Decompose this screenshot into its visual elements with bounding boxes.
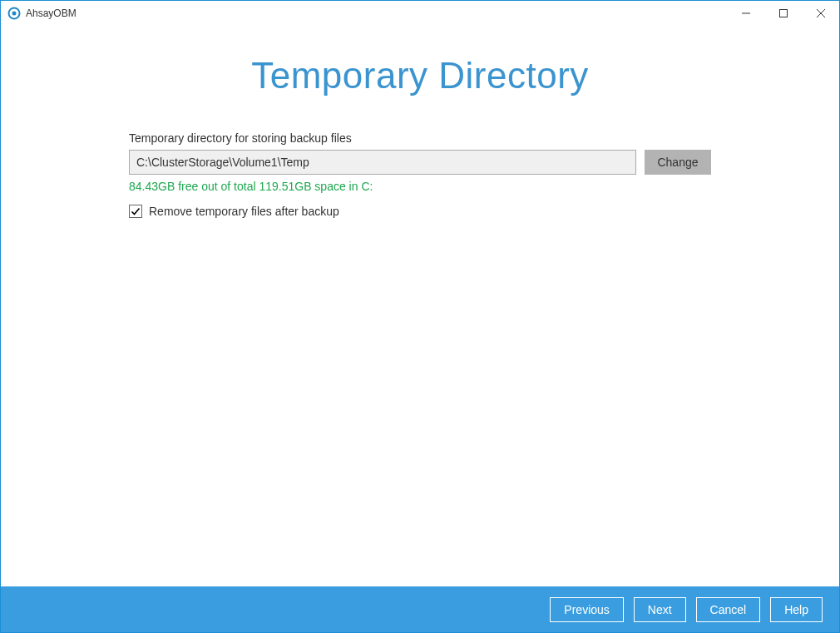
cancel-button[interactable]: Cancel [696, 597, 761, 622]
main-content: Temporary Directory Temporary directory … [1, 26, 839, 586]
page-title: Temporary Directory [251, 55, 589, 96]
free-space-text: 84.43GB free out of total 119.51GB space… [129, 180, 711, 193]
titlebar: AhsayOBM [1, 1, 839, 26]
footer-bar: Previous Next Cancel Help [1, 586, 839, 632]
svg-point-1 [12, 12, 17, 16]
previous-button[interactable]: Previous [550, 597, 623, 622]
temp-dir-label: Temporary directory for storing backup f… [129, 131, 711, 145]
remove-temp-checkbox[interactable] [129, 205, 142, 218]
svg-rect-3 [779, 10, 787, 17]
remove-temp-label: Remove temporary files after backup [149, 205, 339, 218]
maximize-button[interactable] [764, 1, 802, 26]
remove-temp-row: Remove temporary files after backup [129, 205, 711, 218]
path-row: Change [129, 150, 711, 175]
window-controls [727, 1, 839, 26]
change-button[interactable]: Change [645, 150, 711, 175]
help-button[interactable]: Help [770, 597, 823, 622]
close-button[interactable] [802, 1, 839, 26]
window-title: AhsayOBM [26, 7, 77, 19]
form-area: Temporary directory for storing backup f… [129, 131, 711, 218]
temp-dir-input[interactable] [129, 150, 636, 175]
minimize-button[interactable] [727, 1, 764, 26]
app-icon [7, 7, 21, 20]
next-button[interactable]: Next [634, 597, 686, 622]
